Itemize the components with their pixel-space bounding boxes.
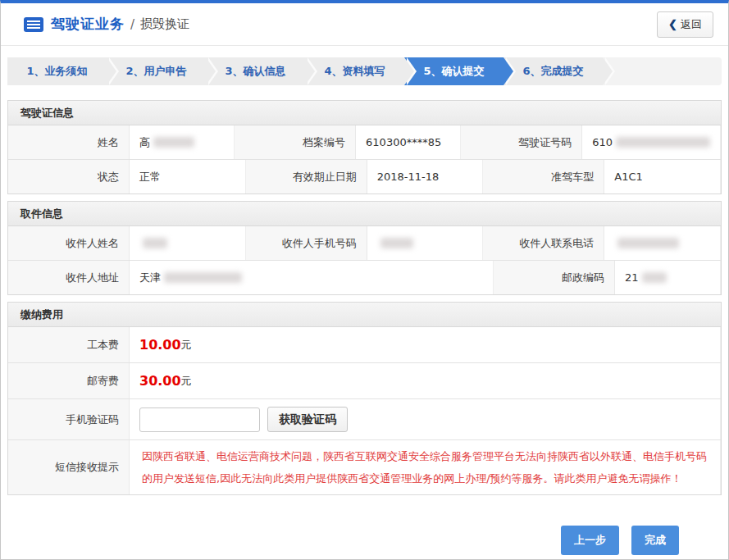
license-card-icon — [24, 17, 43, 32]
file-no-label: 档案编号 — [235, 125, 356, 159]
back-button-label: 返回 — [681, 17, 702, 32]
postage-fee-label: 邮寄费 — [8, 363, 130, 398]
section-pickup-info: 取件信息 收件人姓名 收件人手机号码 收件人联系电话 收件人地址 天津 邮政编码… — [7, 201, 722, 295]
step-4-fill-data: 4、资料填写 — [305, 57, 404, 85]
step-label: 4、资料填写 — [324, 64, 385, 79]
recipient-mobile-value — [367, 226, 484, 260]
section-title: 驾驶证信息 — [8, 101, 721, 125]
expiry-value: 2018-11-18 — [367, 160, 484, 193]
vehicle-class-value: A1C1 — [604, 160, 721, 193]
step-label: 3、确认信息 — [225, 64, 285, 79]
step-3-confirm-info: 3、确认信息 — [206, 57, 305, 85]
step-1-business-notice: 1、业务须知 — [7, 57, 107, 85]
section-fees: 缴纳费用 工本费 10.00元 邮寄费 30.00元 手机验证码 获取验证码 短… — [7, 302, 722, 495]
redacted-value — [617, 238, 679, 248]
recipient-name-value — [130, 226, 246, 260]
file-no-value: 610300****85 — [356, 125, 461, 159]
step-2-user-declaration: 2、用户申告 — [107, 57, 206, 85]
footer-actions: 上一步 完成 — [1, 526, 679, 555]
redacted-value — [143, 238, 167, 248]
postage-fee-value: 30.00元 — [130, 363, 721, 398]
step-5-confirm-submit-active: 5、确认提交 — [404, 57, 503, 85]
name-value: 高 — [130, 125, 235, 159]
back-button[interactable]: ❮ 返回 — [657, 11, 713, 38]
get-sms-code-button[interactable]: 获取验证码 — [267, 407, 348, 432]
vehicle-class-label: 准驾车型 — [483, 160, 604, 193]
recipient-address-value: 天津 — [130, 261, 494, 294]
chevron-left-icon: ❮ — [668, 18, 677, 30]
redacted-value — [616, 137, 710, 148]
previous-step-button[interactable]: 上一步 — [561, 526, 619, 555]
sms-notice-text: 因陕西省联通、电信运营商技术问题，陕西省互联网交通安全综合服务管理平台无法向持陕… — [139, 440, 710, 494]
recipient-name-label: 收件人姓名 — [8, 226, 130, 260]
step-6-complete-submit: 6、完成提交 — [503, 57, 603, 85]
redacted-value — [380, 238, 413, 248]
status-value: 正常 — [130, 160, 246, 193]
step-bar-filler — [603, 57, 722, 85]
step-progress-bar: 1、业务须知 2、用户申告 3、确认信息 4、资料填写 5、确认提交 6、完成提… — [7, 57, 722, 85]
status-label: 状态 — [8, 160, 130, 193]
step-label: 1、业务须知 — [26, 64, 87, 79]
postal-code-label: 邮政编码 — [494, 261, 615, 294]
production-fee-label: 工本费 — [8, 327, 130, 362]
sms-code-input[interactable] — [139, 407, 260, 432]
sms-notice-label: 短信接收提示 — [8, 440, 130, 494]
page-title: 驾驶证业务 — [51, 15, 125, 34]
name-label: 姓名 — [8, 125, 130, 159]
license-no-label: 驾驶证号码 — [461, 125, 582, 159]
page: 驾驶证业务 / 损毁换证 ❮ 返回 1、业务须知 2、用户申告 3、确认信息 4… — [0, 0, 729, 560]
section-title: 缴纳费用 — [8, 303, 721, 327]
expiry-label: 有效期止日期 — [246, 160, 367, 193]
sms-code-label: 手机验证码 — [8, 399, 130, 439]
recipient-phone-label: 收件人联系电话 — [483, 226, 604, 260]
license-no-value: 610 — [582, 125, 721, 159]
step-label: 5、确认提交 — [423, 64, 484, 79]
finish-button[interactable]: 完成 — [631, 526, 679, 555]
section-license-info: 驾驶证信息 姓名 高 档案编号 610300****85 驾驶证号码 610 状… — [7, 100, 722, 194]
postal-code-value: 21 — [615, 261, 721, 294]
production-fee-value: 10.00元 — [130, 327, 721, 362]
section-title: 取件信息 — [8, 202, 721, 226]
breadcrumb-current: 损毁换证 — [140, 16, 189, 32]
recipient-mobile-label: 收件人手机号码 — [246, 226, 367, 260]
redacted-value — [164, 272, 242, 283]
recipient-phone-value — [604, 226, 721, 260]
step-label: 2、用户申告 — [125, 64, 186, 79]
step-label: 6、完成提交 — [522, 64, 583, 79]
redacted-value — [642, 272, 667, 283]
header: 驾驶证业务 / 损毁换证 ❮ 返回 — [1, 3, 728, 46]
recipient-address-label: 收件人地址 — [8, 261, 130, 294]
breadcrumb-separator: / — [130, 17, 134, 32]
redacted-value — [153, 137, 194, 148]
